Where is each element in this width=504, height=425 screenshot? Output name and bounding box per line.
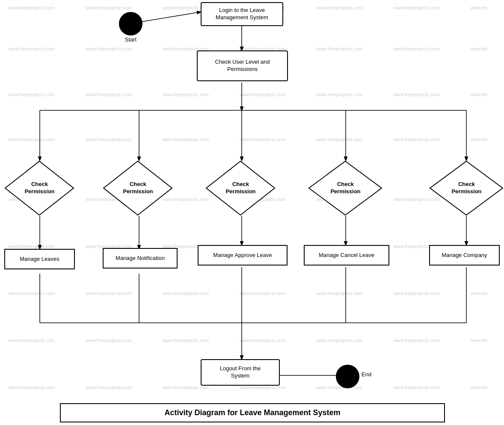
- watermark: www.freeprojectz.com: [86, 137, 132, 142]
- manage-approve-box: Manage Approve Leave: [198, 245, 288, 266]
- watermark: www.freeprojectz.com: [317, 137, 363, 142]
- watermark: www.freeprojectz.com: [317, 5, 363, 10]
- check-permissions-box: Check User Level andPermissions: [197, 50, 288, 81]
- watermark: www.freeprojectz.com: [163, 92, 209, 97]
- diamond-2: CheckPermission: [103, 160, 173, 216]
- watermark: www.freeprojectz.com: [9, 46, 55, 51]
- diamond-5: CheckPermission: [429, 160, 504, 216]
- watermark: www.freeprojectz.com: [86, 46, 132, 51]
- diamond-3: CheckPermission: [205, 160, 276, 216]
- diagram-container: www.freeprojectz.com www.freeprojectz.co…: [0, 0, 504, 425]
- watermark: www.fre: [471, 338, 487, 343]
- diamond-4: CheckPermission: [308, 160, 383, 216]
- watermark: www.freeprojectz.com: [163, 137, 209, 142]
- logout-box: Logout From theSystem: [201, 359, 280, 386]
- watermark: www.fre: [471, 46, 487, 51]
- login-box: Login to the LeaveManagement System: [201, 2, 283, 26]
- watermark: www.freeprojectz.com: [317, 46, 363, 51]
- watermark: www.freeprojectz.com: [317, 338, 363, 343]
- manage-notification-box: Manage Notification: [103, 248, 178, 269]
- watermark: www.freeprojectz.com: [86, 92, 132, 97]
- start-circle: [119, 12, 142, 35]
- watermark: www.freeprojectz.com: [317, 291, 363, 296]
- watermark: www.freeprojectz.com: [240, 338, 286, 343]
- watermark: www.freeprojectz.com: [9, 385, 55, 390]
- watermark: www.freeprojectz.com: [86, 291, 132, 296]
- watermark: www.freeprojectz.com: [394, 338, 440, 343]
- watermark: www.freeprojectz.com: [86, 5, 132, 10]
- watermark: www.freeprojectz.com: [240, 291, 286, 296]
- end-circle: [336, 365, 359, 388]
- watermark: www.freeprojectz.com: [394, 46, 440, 51]
- watermark: www.freeprojectz.com: [317, 385, 363, 390]
- end-label: End: [362, 371, 379, 378]
- diagram-title: Activity Diagram for Leave Management Sy…: [60, 403, 445, 422]
- watermark: www.freeprojectz.com: [9, 291, 55, 296]
- watermark: www.freeprojectz.com: [9, 244, 55, 249]
- manage-leaves-box: Manage Leaves: [4, 249, 75, 269]
- manage-cancel-box: Manage Cancel Leave: [304, 245, 389, 266]
- watermark: www.freeprojectz.com: [317, 92, 363, 97]
- watermark: www.freeprojectz.com: [86, 385, 132, 390]
- watermark: www.freeprojectz.com: [394, 137, 440, 142]
- manage-company-box: Manage Company: [429, 245, 500, 266]
- start-label: Start: [119, 36, 142, 43]
- watermark: www.freeprojectz.com: [9, 338, 55, 343]
- watermark: www.freeprojectz.com: [394, 291, 440, 296]
- diamond-1: CheckPermission: [4, 160, 75, 216]
- watermark: www.fre: [471, 137, 487, 142]
- watermark: www.freeprojectz.com: [86, 338, 132, 343]
- watermark: www.fre: [471, 291, 487, 296]
- watermark: www.freeprojectz.com: [240, 137, 286, 142]
- watermark: www.freeprojectz.com: [163, 338, 209, 343]
- watermark: www.fre: [471, 5, 487, 10]
- watermark: www.freeprojectz.com: [394, 92, 440, 97]
- watermark: www.freeprojectz.com: [9, 137, 55, 142]
- watermark: www.freeprojectz.com: [163, 291, 209, 296]
- watermark: www.fre: [471, 385, 487, 390]
- watermark: www.freeprojectz.com: [240, 92, 286, 97]
- watermark: www.freeprojectz.com: [394, 5, 440, 10]
- watermark: www.freeprojectz.com: [394, 385, 440, 390]
- watermark: www.freeprojectz.com: [9, 92, 55, 97]
- watermark: www.freeprojectz.com: [9, 5, 55, 10]
- watermark: www.fre: [471, 92, 487, 97]
